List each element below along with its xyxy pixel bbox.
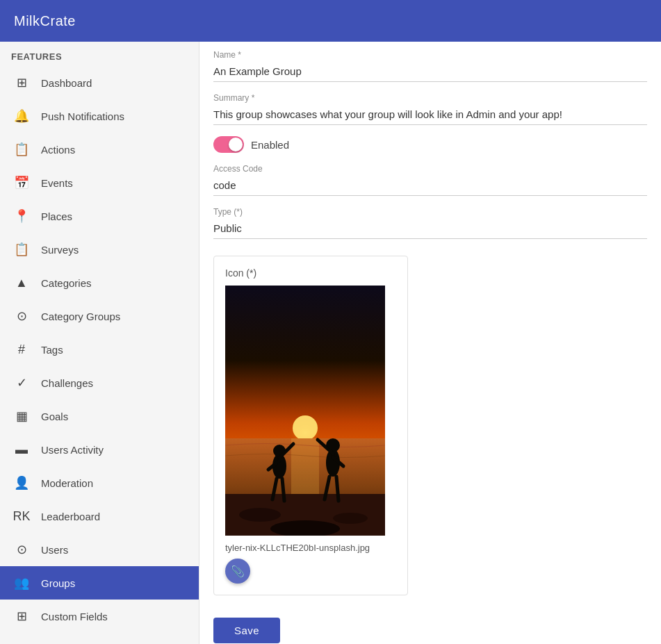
sidebar-item-actions[interactable]: 📋Actions <box>0 133 199 166</box>
push-notifications-icon: 🔔 <box>13 108 30 124</box>
moderation-icon: 👤 <box>13 474 30 491</box>
upload-button[interactable]: 📎 <box>225 559 250 584</box>
svg-line-17 <box>336 477 338 501</box>
sidebar-item-label-dashboard: Dashboard <box>41 77 92 89</box>
dashboard-icon: ⊞ <box>13 74 30 91</box>
sidebar: Features ⊞Dashboard🔔Push Notifications📋A… <box>0 42 199 644</box>
enabled-toggle[interactable] <box>213 136 244 153</box>
name-field-group: Name * <box>213 50 647 82</box>
sidebar-item-leaderboard[interactable]: RKLeaderboard <box>0 499 199 533</box>
places-icon: 📍 <box>13 208 30 224</box>
save-button-container: Save <box>213 606 647 643</box>
sidebar-item-custom-fields[interactable]: ⊞Custom Fields <box>0 600 199 633</box>
tags-icon: # <box>13 341 30 358</box>
sidebar-item-users-activity[interactable]: ▬Users Activity <box>0 433 199 466</box>
groups-icon: 👥 <box>13 575 30 591</box>
sidebar-item-label-categories: Categories <box>41 277 92 289</box>
main-layout: Features ⊞Dashboard🔔Push Notifications📋A… <box>0 42 661 644</box>
svg-line-11 <box>282 479 284 501</box>
sidebar-item-label-moderation: Moderation <box>41 477 93 489</box>
app-header: MilkCrate <box>0 0 661 42</box>
categories-icon: ▲ <box>13 274 30 291</box>
sidebar-item-goals[interactable]: ▦Goals <box>0 399 199 433</box>
sidebar-item-label-events: Events <box>41 177 73 189</box>
sidebar-item-organizations[interactable]: ▤Organizations⌄ <box>0 633 199 644</box>
sidebar-item-label-places: Places <box>41 210 72 222</box>
sidebar-item-users[interactable]: ⊙Users <box>0 533 199 566</box>
sidebar-item-label-category-groups: Category Groups <box>41 311 120 322</box>
goals-icon: ▦ <box>13 408 30 424</box>
users-icon: ⊙ <box>13 541 30 558</box>
category-groups-icon: ⊙ <box>13 308 30 324</box>
sidebar-item-groups[interactable]: 👥Groups <box>0 566 199 600</box>
sidebar-item-category-groups[interactable]: ⊙Category Groups <box>0 299 199 333</box>
challenges-icon: ✓ <box>13 374 30 391</box>
sidebar-items-list: ⊞Dashboard🔔Push Notifications📋Actions📅Ev… <box>0 66 199 644</box>
sunset-svg <box>225 286 385 536</box>
sidebar-item-label-groups: Groups <box>41 577 75 589</box>
sidebar-item-events[interactable]: 📅Events <box>0 166 199 199</box>
svg-point-19 <box>333 513 368 524</box>
name-label: Name * <box>213 50 647 60</box>
icon-card: Icon (*) <box>213 256 408 595</box>
summary-field-group: Summary * <box>213 93 647 125</box>
sidebar-item-dashboard[interactable]: ⊞Dashboard <box>0 66 199 99</box>
sidebar-item-label-custom-fields: Custom Fields <box>41 611 108 622</box>
svg-point-2 <box>293 415 318 440</box>
content-area: Name * Summary * Enabled Access Code Typ… <box>199 42 661 644</box>
sidebar-section-features: Features <box>0 42 199 66</box>
sidebar-item-label-goals: Goals <box>41 411 68 422</box>
summary-label: Summary * <box>213 93 647 103</box>
sidebar-item-label-challenges: Challenges <box>41 377 93 389</box>
surveys-icon: 📋 <box>13 241 30 258</box>
type-field-group: Type (*) <box>213 207 647 239</box>
summary-input[interactable] <box>213 106 647 125</box>
leaderboard-icon: RK <box>13 508 30 525</box>
name-input[interactable] <box>213 63 647 82</box>
svg-point-18 <box>239 508 281 522</box>
app-title: MilkCrate <box>14 13 76 29</box>
organizations-icon: ▤ <box>13 641 30 644</box>
paperclip-icon: 📎 <box>231 565 245 578</box>
sidebar-item-challenges[interactable]: ✓Challenges <box>0 366 199 399</box>
icon-filename-row: tyler-nix-KLLcTHE20bI-unsplash.jpg 📎 <box>225 543 396 584</box>
type-label: Type (*) <box>213 207 647 217</box>
events-icon: 📅 <box>13 174 30 191</box>
type-input[interactable] <box>213 220 647 239</box>
sidebar-item-surveys[interactable]: 📋Surveys <box>0 233 199 266</box>
icon-image <box>225 286 385 536</box>
access-code-input[interactable] <box>213 176 647 196</box>
custom-fields-icon: ⊞ <box>13 608 30 625</box>
sidebar-item-label-tags: Tags <box>41 344 63 356</box>
enabled-label: Enabled <box>251 139 289 151</box>
sidebar-item-moderation[interactable]: 👤Moderation <box>0 466 199 499</box>
enabled-toggle-row: Enabled <box>213 136 647 153</box>
users-activity-icon: ▬ <box>13 441 30 458</box>
sidebar-item-label-leaderboard: Leaderboard <box>41 511 100 522</box>
actions-icon: 📋 <box>13 141 30 158</box>
sidebar-item-push-notifications[interactable]: 🔔Push Notifications <box>0 99 199 133</box>
access-code-field-group: Access Code <box>213 164 647 196</box>
sidebar-item-tags[interactable]: #Tags <box>0 333 199 366</box>
sidebar-item-categories[interactable]: ▲Categories <box>0 266 199 299</box>
icon-filename-text: tyler-nix-KLLcTHE20bI-unsplash.jpg <box>225 543 370 553</box>
sidebar-item-places[interactable]: 📍Places <box>0 199 199 233</box>
sidebar-item-label-surveys: Surveys <box>41 244 79 256</box>
sidebar-item-label-users-activity: Users Activity <box>41 444 104 456</box>
sidebar-item-label-push-notifications: Push Notifications <box>41 110 124 122</box>
icon-card-title: Icon (*) <box>225 267 396 279</box>
toggle-knob <box>229 138 243 151</box>
access-code-label: Access Code <box>213 164 647 174</box>
sidebar-item-label-users: Users <box>41 544 68 556</box>
sidebar-item-label-actions: Actions <box>41 144 75 156</box>
save-button[interactable]: Save <box>213 618 280 643</box>
